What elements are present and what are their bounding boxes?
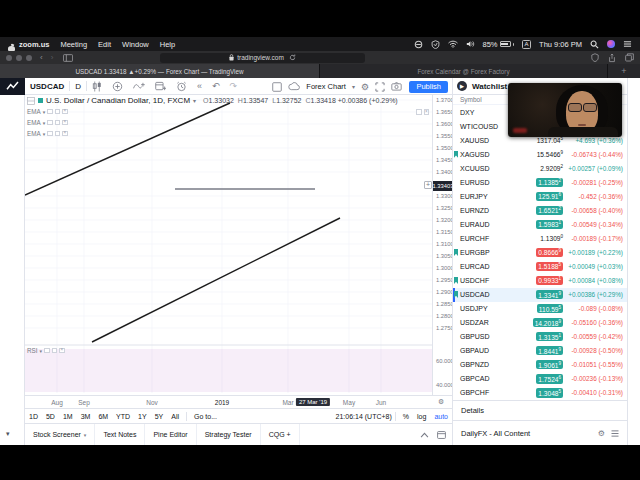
price-axis[interactable]: 1.33403 + 1.370001.365001.360001.355001.… (432, 95, 452, 395)
spotlight-icon[interactable] (590, 40, 599, 49)
range-button-6m[interactable]: 6M (94, 413, 112, 420)
ema-eye-icon[interactable] (47, 109, 53, 115)
feed-list-icon[interactable] (611, 430, 619, 437)
ema-label[interactable]: EMA (27, 108, 41, 115)
time-axis[interactable]: 27 Mar '19 ⚙ AugSepNov2019MarMayJun (25, 395, 452, 408)
axis-settings-gear-icon[interactable]: ⚙ (438, 398, 444, 406)
watchlist-row-eurjpy[interactable]: EURJPY125.916-0.452 (-0.36%) (453, 189, 627, 203)
range-button-1m[interactable]: 1M (59, 413, 77, 420)
new-tab-button[interactable]: + (608, 64, 640, 78)
feed-settings-gear-icon[interactable]: ⚙ (598, 429, 605, 438)
forward-button[interactable]: › (51, 54, 54, 62)
sidebar-icon[interactable] (63, 54, 73, 62)
privacy-shield-icon[interactable] (591, 53, 599, 62)
address-bar[interactable]: tradingview.com (160, 53, 365, 63)
menu-item-edit[interactable]: Edit (98, 40, 111, 49)
ema-eye-icon[interactable] (47, 120, 53, 126)
range-button-5y[interactable]: 5Y (151, 413, 168, 420)
symbol-search-input[interactable]: USDCAD (25, 82, 69, 91)
pane-close-icon[interactable]: × (424, 109, 430, 115)
layout-name[interactable]: Forex Chart (306, 82, 346, 91)
ema-eye-icon[interactable] (47, 131, 53, 137)
watchlist-row-eurchf[interactable]: EURCHF1.13090-0.00189 (-0.17%) (453, 231, 627, 245)
watchlist-row-euraud[interactable]: EURAUD1.59831-0.00549 (-0.34%) (453, 217, 627, 231)
battery-indicator[interactable]: 85% (483, 40, 515, 49)
watchlist-row-gbpnzd[interactable]: GBPNZD1.90619-0.01051 (-0.55%) (453, 358, 627, 372)
menu-item-window[interactable]: Window (122, 40, 149, 49)
chart-style-icon[interactable] (87, 81, 107, 92)
share-icon[interactable] (608, 53, 616, 63)
zoom-participant-video[interactable] (508, 83, 622, 137)
ema-delete-icon[interactable]: × (62, 131, 68, 137)
bottom-left-caret-icon[interactable]: ▾ (6, 430, 10, 438)
bottom-tab-stock-screener[interactable]: Stock Screener▾ (25, 424, 95, 445)
bottom-tab-pine-editor[interactable]: Pine Editor (145, 424, 196, 445)
menu-extra-icon-1[interactable] (414, 40, 423, 49)
pane-maximize-icon[interactable] (416, 109, 422, 115)
range-button-ytd[interactable]: YTD (112, 413, 134, 420)
snapshot-camera-icon[interactable] (391, 82, 402, 91)
range-button-3m[interactable]: 3M (77, 413, 95, 420)
range-button-1y[interactable]: 1Y (134, 413, 151, 420)
panel-collapse-icon[interactable]: ▶ (457, 81, 467, 91)
input-source-badge[interactable]: A (522, 40, 531, 49)
watchlist-row-usdcad[interactable]: USDCAD1.33419+0.00386 (+0.29%) (453, 288, 627, 302)
log-scale-button[interactable]: log (413, 413, 430, 420)
tabs-overview-icon[interactable] (625, 53, 634, 62)
rsi-settings-icon[interactable] (52, 348, 58, 354)
tradingview-logo[interactable] (0, 78, 25, 95)
details-section[interactable]: Details (453, 400, 627, 420)
watchlist-row-gbpchf[interactable]: GBPCHF1.30485-0.00410 (-0.31%) (453, 386, 627, 400)
back-button[interactable]: ‹ (40, 54, 43, 62)
auto-scale-button[interactable]: auto (430, 413, 452, 420)
reload-icon[interactable] (289, 54, 296, 61)
symbol-title[interactable]: U.S. Dollar / Canadian Dollar, 1D, FXCM (46, 96, 190, 105)
range-button-all[interactable]: All (167, 413, 183, 420)
watchlist-row-eurnzd[interactable]: EURNZD1.65212-0.00658 (-0.40%) (453, 203, 627, 217)
menubar-clock[interactable]: Thu 9:06 PM (539, 40, 582, 49)
browser-tab-tradingview[interactable]: USDCAD 1.33418 ▲+0.29% — Forex Chart — T… (0, 64, 320, 78)
ema-settings-icon[interactable] (55, 120, 61, 126)
window-close-button[interactable] (6, 55, 12, 61)
watchlist-row-eurusd[interactable]: EURUSD1.13852-0.00281 (-0.25%) (453, 175, 627, 189)
dailyfx-section[interactable]: DailyFX - All Content ⚙ (453, 420, 627, 445)
notification-center-icon[interactable] (623, 40, 632, 48)
rsi-label[interactable]: RSI (27, 347, 38, 354)
ema-delete-icon[interactable]: × (62, 109, 68, 115)
bottom-tab-cqg-[interactable]: CQG + (261, 424, 300, 445)
watchlist-row-gbpusd[interactable]: GBPUSD1.31351-0.00559 (-0.42%) (453, 330, 627, 344)
menu-app-name[interactable]: zoom.us (19, 40, 49, 49)
watchlist-row-usdjpy[interactable]: USDJPY110.595-0.089 (-0.08%) (453, 302, 627, 316)
chart-area[interactable]: U.S. Dollar / Canadian Dollar, 1D, FXCM … (25, 95, 432, 395)
layout-select-icon[interactable] (272, 82, 282, 92)
panel-expand-icon[interactable] (420, 432, 429, 438)
cloud-save-icon[interactable] (288, 82, 300, 91)
settings-gear-icon[interactable]: ⚙ (361, 82, 369, 92)
siri-icon[interactable] (607, 40, 615, 48)
bottom-tab-strategy-tester[interactable]: Strategy Tester (197, 424, 261, 445)
redo-icon[interactable]: ↷ (225, 81, 243, 91)
undo-icon[interactable]: ↶ (207, 81, 225, 91)
price-chart-canvas[interactable] (25, 95, 432, 395)
volume-icon[interactable] (466, 40, 475, 48)
watchlist-row-gbpcad[interactable]: GBPCAD1.75246-0.00236 (-0.13%) (453, 372, 627, 386)
add-alert-plus-icon[interactable]: + (424, 181, 432, 189)
window-zoom-button[interactable] (26, 55, 32, 61)
goto-button[interactable]: Go to... (190, 413, 221, 420)
watchlist-row-usdchf[interactable]: USDCHF0.99331+0.00084 (+0.08%) (453, 274, 627, 288)
menu-extra-shield-icon[interactable] (431, 40, 440, 49)
fullscreen-icon[interactable] (375, 82, 385, 92)
layout-dropdown-icon[interactable]: ▾ (352, 83, 355, 90)
watchlist-row-gbpaud[interactable]: GBPAUD1.84419-0.00928 (-0.50%) (453, 344, 627, 358)
rsi-eye-icon[interactable] (44, 348, 50, 354)
compare-icon[interactable] (107, 81, 128, 92)
wifi-icon[interactable] (448, 40, 458, 48)
replay-icon[interactable]: « (192, 81, 207, 91)
watchlist-row-eurcad[interactable]: EURCAD1.51885+0.00049 (+0.03%) (453, 260, 627, 274)
templates-icon[interactable] (150, 81, 171, 92)
watchlist-row-usdzar[interactable]: USDZAR14.20189-0.05160 (-0.36%) (453, 316, 627, 330)
window-minimize-button[interactable] (16, 55, 22, 61)
range-button-5d[interactable]: 5D (42, 413, 59, 420)
bottom-tab-text-notes[interactable]: Text Notes (95, 424, 145, 445)
publish-button[interactable]: Publish (409, 81, 448, 93)
